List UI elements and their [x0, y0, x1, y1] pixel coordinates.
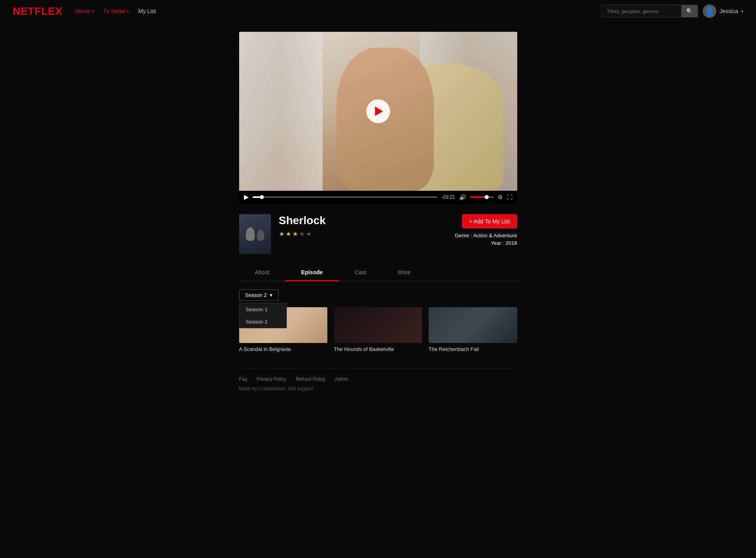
footer-links: Faq Privacy Policy Refund Policy Admin: [239, 376, 517, 382]
footer-privacy[interactable]: Privacy Policy: [257, 376, 286, 382]
volume-icon[interactable]: 🔊: [459, 194, 466, 200]
footer-refund[interactable]: Refund Policy: [296, 376, 325, 382]
search-button[interactable]: 🔍: [681, 5, 698, 17]
footer-divider: [239, 368, 517, 368]
tab-episode[interactable]: Episode: [285, 264, 338, 281]
video-thumbnail: [239, 32, 517, 191]
app-logo[interactable]: NETFLEX: [13, 5, 62, 17]
movie-chevron-icon: ▾: [92, 9, 94, 14]
nav-tv-serial[interactable]: Tv Serial ▾: [103, 8, 129, 14]
progress-dot: [260, 195, 264, 199]
search-box: 🔍: [601, 5, 698, 17]
episode-card-3[interactable]: The Reichenbach Fall: [429, 307, 517, 352]
tv-serial-chevron-icon: ▾: [127, 9, 129, 14]
volume-fill: [470, 196, 485, 198]
settings-icon[interactable]: ⚙: [498, 194, 503, 200]
season-chevron-icon: ▾: [270, 292, 273, 298]
volume-bar[interactable]: [470, 196, 494, 198]
footer-faq[interactable]: Faq: [239, 376, 247, 382]
episode-thumb-2: [334, 307, 422, 343]
user-name: Jessica: [719, 8, 738, 14]
star-3: ★: [292, 230, 298, 238]
star-1: ★: [279, 230, 284, 238]
nav-movie[interactable]: Movie ▾: [75, 8, 93, 14]
episode-card-2[interactable]: The Hounds of Baskerville: [334, 307, 422, 352]
tab-more[interactable]: More: [382, 264, 426, 281]
season-current-label: Season 2: [245, 292, 267, 298]
show-poster: [239, 214, 271, 254]
season-dropdown-button[interactable]: Season 2 ▾: [239, 289, 279, 301]
play-control-icon[interactable]: ▶: [244, 193, 249, 201]
show-info: Sherlock ★ ★ ★ ★ ★ + Add To My List Genr…: [239, 214, 517, 254]
show-meta: Sherlock ★ ★ ★ ★ ★: [279, 214, 447, 238]
play-button-overlay[interactable]: [366, 99, 390, 123]
avatar: 👤: [703, 4, 716, 18]
user-menu[interactable]: 👤 Jessica ▾: [703, 4, 743, 18]
progress-fill: [253, 196, 260, 198]
episode-thumb-3: [429, 307, 517, 343]
video-player: ▶ -03:21 🔊 ⚙ ⛶: [239, 32, 517, 205]
play-icon: [375, 107, 383, 116]
episode-title-3: The Reichenbach Fall: [429, 346, 517, 352]
show-year: Year : 2018: [455, 240, 517, 246]
user-chevron-icon: ▾: [741, 9, 743, 14]
nav-my-list[interactable]: My List: [138, 8, 156, 14]
star-4: ★: [299, 230, 305, 238]
navbar: NETFLEX Movie ▾ Tv Serial ▾ My List 🔍 👤 …: [0, 0, 756, 22]
volume-dot: [485, 195, 489, 199]
episode-title-2: The Hounds of Baskerville: [334, 346, 422, 352]
footer-credit: Made by Creativeitem. Get support.: [239, 386, 517, 391]
episode-title-1: A Scandal in Belgravia: [239, 346, 328, 352]
poster-art: [239, 214, 271, 254]
star-2: ★: [286, 230, 291, 238]
star-rating: ★ ★ ★ ★ ★: [279, 230, 447, 238]
season-dropdown-menu: Season 1 Season 2: [239, 303, 287, 328]
progress-bar[interactable]: [253, 196, 438, 198]
season-option-1[interactable]: Season 1: [240, 303, 286, 316]
time-remaining: -03:21: [441, 194, 455, 200]
video-controls: ▶ -03:21 🔊 ⚙ ⛶: [239, 191, 517, 205]
tabs: About Episode Cast More: [239, 264, 517, 281]
season-option-2[interactable]: Season 2: [240, 316, 286, 328]
search-input[interactable]: [602, 6, 681, 17]
nav-links: Movie ▾ Tv Serial ▾ My List: [75, 8, 601, 14]
show-title: Sherlock: [279, 214, 447, 227]
tab-cast[interactable]: Cast: [339, 264, 382, 281]
search-icon: 🔍: [686, 8, 693, 14]
season-section: Season 2 ▾ Season 1 Season 2: [239, 289, 517, 301]
star-5: ★: [306, 230, 311, 238]
show-genre: Genre : Action & Adventure: [455, 232, 517, 238]
add-to-list-button[interactable]: + Add To My List: [462, 214, 517, 229]
footer-admin[interactable]: Admin: [335, 376, 348, 382]
tab-about[interactable]: About: [239, 264, 286, 281]
scene-curtain-left: [239, 32, 323, 191]
nav-right: 🔍 👤 Jessica ▾: [601, 4, 743, 18]
fullscreen-icon[interactable]: ⛶: [507, 194, 512, 200]
show-actions: + Add To My List Genre : Action & Advent…: [455, 214, 517, 246]
